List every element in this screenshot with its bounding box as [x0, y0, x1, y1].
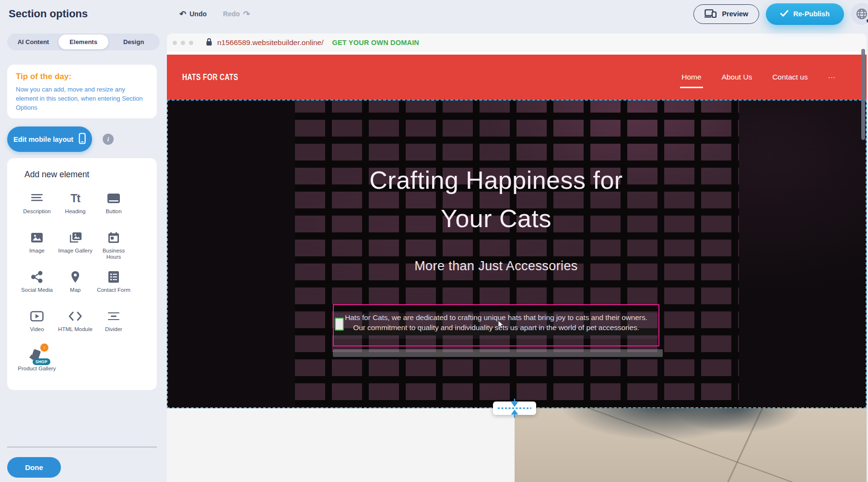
info-icon[interactable]: i: [103, 134, 114, 145]
tab-design[interactable]: Design: [108, 34, 159, 49]
lock-icon: [206, 38, 212, 48]
text-lines-icon: [30, 190, 44, 207]
panel-tabs: AI Content Elements Design: [7, 34, 160, 50]
nav-contact-us[interactable]: Contact us: [771, 73, 809, 88]
next-sections: [167, 408, 867, 482]
browser-frame: n1566589.websitebuilder.online/ GET YOUR…: [167, 34, 867, 482]
calendar-icon: [108, 230, 119, 246]
preview-button[interactable]: Preview: [693, 4, 759, 24]
site-page: HATS FOR CATS Home About Us Contact us ·…: [167, 52, 867, 482]
site-header: HATS FOR CATS Home About Us Contact us ·…: [167, 55, 867, 100]
tip-body: Now you can add, move and resize any ele…: [16, 85, 148, 113]
tab-ai-content[interactable]: AI Content: [8, 34, 59, 49]
divider-icon: [107, 308, 120, 324]
tip-title: Tip of the day:: [16, 72, 148, 81]
image-icon: [31, 230, 43, 246]
product-gallery-icon: ↑ SHOP: [26, 347, 47, 364]
element-drop-shadow: [333, 349, 663, 357]
hero-heading[interactable]: Crafting Happiness for Your Cats: [343, 161, 650, 238]
shop-badge: SHOP: [33, 358, 50, 365]
app-root: Section options AI Content Elements Desi…: [0, 0, 868, 482]
element-business-hours[interactable]: Business Hours: [94, 227, 133, 266]
hero-paragraph[interactable]: Hats for Cats, we are dedicated to craft…: [339, 312, 654, 333]
element-heading[interactable]: Tt Heading: [56, 187, 94, 227]
globe-icon[interactable]: [851, 3, 868, 25]
hero-section[interactable]: Crafting Happiness for Your Cats More th…: [167, 100, 867, 408]
contact-form-icon: [108, 269, 119, 285]
add-element-title: Add new element: [24, 170, 157, 180]
share-icon: [31, 269, 43, 285]
edit-mobile-layout-label: Edit mobile layout: [13, 136, 73, 143]
element-description[interactable]: Description: [18, 187, 56, 227]
devices-icon: [704, 9, 717, 19]
code-icon: [68, 308, 82, 324]
sidebar: Section options AI Content Elements Desi…: [0, 0, 167, 482]
undo-icon: ↶: [179, 10, 186, 18]
section-resize-handle[interactable]: [493, 398, 536, 419]
element-social-media[interactable]: Social Media: [18, 266, 56, 305]
button-icon: [107, 190, 120, 207]
heading-icon: Tt: [70, 190, 80, 207]
element-image[interactable]: Image: [18, 227, 56, 266]
browser-chrome: n1566589.websitebuilder.online/ GET YOUR…: [167, 34, 867, 52]
element-map[interactable]: Map: [56, 266, 94, 305]
element-contact-form[interactable]: Contact Form: [94, 266, 133, 305]
element-divider[interactable]: Divider: [94, 305, 133, 344]
check-icon: [780, 10, 788, 18]
tab-elements[interactable]: Elements: [59, 34, 109, 49]
element-grid: Description Tt Heading Button Ima: [18, 187, 157, 384]
page-title: Section options: [9, 8, 88, 20]
add-element-panel: Add new element Description Tt Heading: [7, 158, 157, 390]
tip-card: Tip of the day: Now you can add, move an…: [7, 65, 157, 118]
done-button[interactable]: Done: [7, 457, 61, 478]
element-button[interactable]: Button: [94, 187, 133, 227]
redo-button[interactable]: Redo ↷: [223, 10, 250, 18]
sidebar-divider: [7, 447, 157, 448]
map-pin-icon: [70, 269, 80, 285]
next-section-photo[interactable]: [515, 408, 867, 482]
site-nav: Home About Us Contact us ···: [680, 69, 837, 85]
next-section-blank[interactable]: [167, 408, 515, 482]
get-domain-link[interactable]: GET YOUR OWN DOMAIN: [332, 39, 419, 46]
republish-button[interactable]: Re-Publish: [766, 3, 844, 25]
element-product-gallery[interactable]: ↑ SHOP Product Gallery: [18, 344, 56, 384]
nav-about-us[interactable]: About Us: [720, 73, 754, 88]
element-video[interactable]: Video: [18, 305, 56, 344]
upgrade-arrow-icon: ↑: [40, 344, 48, 352]
phone-icon: [79, 133, 86, 146]
redo-icon: ↷: [243, 10, 250, 18]
scrollbar-thumb[interactable]: [861, 49, 865, 140]
site-logo[interactable]: HATS FOR CATS: [182, 72, 238, 82]
browser-dots: [173, 41, 193, 45]
image-gallery-icon: [69, 230, 82, 246]
video-icon: [30, 308, 44, 324]
hero-tile-background: [295, 100, 739, 408]
nav-home[interactable]: Home: [680, 73, 703, 88]
element-html-module[interactable]: HTML Module: [56, 305, 94, 344]
element-image-gallery[interactable]: Image Gallery: [56, 227, 94, 266]
hero-subheading[interactable]: More than Just Accessories: [167, 259, 825, 274]
selected-text-element[interactable]: Hats for Cats, we are dedicated to craft…: [333, 304, 659, 346]
topbar: ↶ Undo Redo ↷ Preview Re-Publish: [167, 0, 868, 28]
edit-mobile-layout-button[interactable]: Edit mobile layout: [7, 126, 92, 152]
url-text[interactable]: n1566589.websitebuilder.online/: [217, 38, 323, 47]
nav-more[interactable]: ···: [827, 73, 837, 88]
undo-button[interactable]: ↶ Undo: [179, 10, 207, 18]
